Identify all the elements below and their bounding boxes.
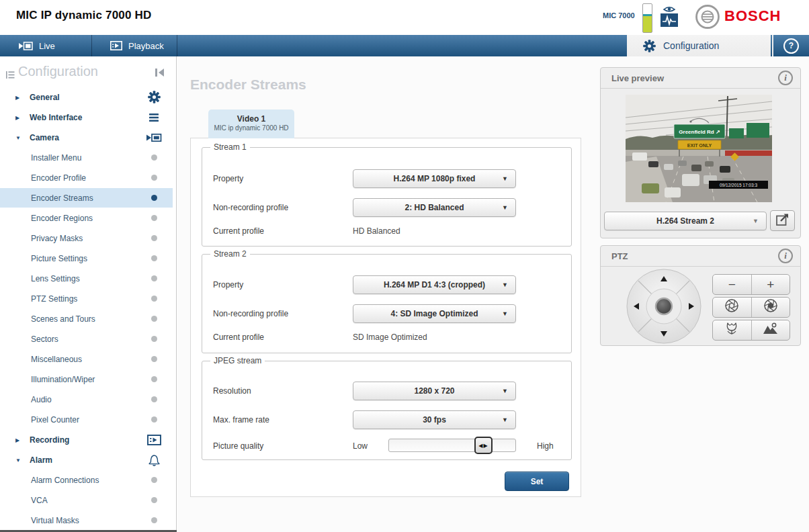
iris-close-button[interactable] [713, 298, 751, 317]
stream1-profile-label: Non-recording profile [213, 203, 288, 212]
stream1-property-dropdown[interactable]: H.264 MP 1080p fixed ▼ [353, 169, 516, 188]
focus-far-button[interactable] [751, 320, 790, 340]
vca-status-icon [659, 5, 679, 29]
quality-label: Picture quality [213, 441, 263, 451]
stream2-property-label: Property [213, 280, 243, 290]
sidebar-item-alarm-connections[interactable]: Alarm Connections [0, 470, 173, 490]
dot-icon [145, 411, 163, 429]
sidebar-item-illumination-wiper[interactable]: Illumination/Wiper [0, 369, 173, 389]
app-window: MIC IP dynamic 7000 HD MIC 7000 BO [0, 0, 809, 532]
stream2-current-value: SD Image Optimized [353, 332, 427, 342]
sidebar-item-alarm[interactable]: ▼ Alarm [0, 450, 173, 470]
menu-icon [145, 109, 163, 126]
tab-playback-label: Playback [128, 41, 164, 51]
stream2-current-label: Current profile [213, 332, 264, 342]
plus-icon: + [767, 277, 774, 292]
tab-configuration[interactable]: Configuration [627, 35, 771, 56]
sidebar-item-privacy-masks[interactable]: Privacy Masks [0, 228, 173, 248]
bell-icon [145, 451, 163, 469]
sidebar-item-general[interactable]: ▶ General [0, 87, 173, 107]
sidebar-item-encoder-regions[interactable]: Encoder Regions [0, 208, 173, 228]
sidebar-item-label: Privacy Masks [31, 234, 83, 243]
live-camera-icon [19, 42, 33, 50]
sidebar-item-miscellaneous[interactable]: Miscellaneous [0, 349, 173, 369]
sidebar-item-encoder-streams[interactable]: Encoder Streams [0, 188, 173, 208]
dot-icon [145, 371, 163, 388]
tree-arrow-icon: ▶ [15, 114, 19, 120]
sidebar-collapse-button[interactable] [155, 68, 167, 77]
tab-configuration-label: Configuration [663, 40, 719, 51]
ptz-joystick[interactable] [624, 267, 704, 345]
sidebar-item-picture-settings[interactable]: Picture Settings [0, 249, 173, 268]
stream2-profile-dropdown[interactable]: 4: SD Image Optimized ▼ [353, 304, 516, 323]
sidebar-item-label: Encoder Profile [31, 173, 86, 183]
device-label: MIC 7000 [603, 11, 635, 19]
sidebar-item-virtual-masks[interactable]: Virtual Masks [0, 511, 173, 530]
quality-slider-handle[interactable]: ◀▶ [474, 437, 493, 454]
sidebar-item-vca[interactable]: VCA [0, 490, 173, 510]
framerate-dropdown[interactable]: 30 fps ▼ [353, 410, 516, 429]
preview-stream-dropdown[interactable]: H.264 Stream 2 ▼ [604, 212, 767, 230]
iris-open-button[interactable] [751, 298, 790, 317]
sidebar-item-ptz-settings[interactable]: PTZ Settings [0, 289, 173, 308]
sidebar-item-camera[interactable]: ▼ Camera [0, 128, 173, 147]
tree-arrow-icon: ▶ [15, 437, 19, 443]
sidebar-item-label: Audio [31, 395, 52, 404]
info-icon[interactable]: i [778, 71, 793, 85]
tab-playback[interactable]: Playback [93, 35, 177, 56]
sidebar-item-label: Web Interface [30, 113, 82, 122]
iris-button-group [712, 297, 790, 318]
set-button[interactable]: Set [505, 472, 569, 491]
help-button[interactable]: ? [772, 35, 809, 56]
joystick-knob [656, 298, 672, 314]
jpeg-legend: JPEG stream [210, 356, 265, 365]
dot-icon [145, 250, 163, 267]
zoom-in-button[interactable]: + [751, 275, 790, 294]
quality-high-label: High [537, 441, 554, 451]
sidebar-item-label: VCA [31, 496, 48, 505]
road-sign-text: Greenfield Rd ↗ [679, 129, 720, 135]
sidebar-item-label: Encoder Regions [31, 214, 93, 223]
tree-list-icon [6, 69, 15, 81]
dot-icon [145, 512, 163, 529]
sidebar-item-lens-settings[interactable]: Lens Settings [0, 269, 173, 288]
level-gauge-indicator [642, 3, 652, 33]
gear-icon [643, 40, 656, 52]
sidebar-item-sectors[interactable]: Sectors [0, 329, 173, 349]
framerate-label: Max. frame rate [213, 415, 269, 425]
tab-video-1-subtitle: MIC ip dynamic 7000 HD [208, 124, 294, 132]
stream2-property-dropdown[interactable]: H.264 MP D1 4:3 (cropped) ▼ [353, 275, 516, 294]
quality-low-label: Low [353, 441, 368, 451]
resolution-dropdown[interactable]: 1280 x 720 ▼ [353, 382, 516, 400]
tab-video-1[interactable]: Video 1 MIC ip dynamic 7000 HD [208, 109, 294, 138]
quality-slider-track[interactable]: ◀▶ [388, 439, 516, 452]
sidebar-item-label: Alarm Connections [31, 476, 99, 485]
sidebar-item-web-interface[interactable]: ▶ Web Interface [0, 107, 173, 127]
sidebar-item-installer-menu[interactable]: Installer Menu [0, 148, 173, 167]
sidebar-item-pixel-counter[interactable]: Pixel Counter [0, 410, 173, 429]
live-preview-image: Greenfield Rd ↗ EXIT ONLY 09/12/2015 17:… [626, 95, 772, 202]
sidebar-item-label: Miscellaneous [31, 355, 82, 364]
sidebar-item-label: Alarm [30, 455, 52, 465]
dot-icon [145, 290, 163, 308]
focus-near-button[interactable] [713, 320, 751, 340]
stream1-profile-dropdown[interactable]: 2: HD Balanced ▼ [353, 198, 516, 217]
sidebar-item-encoder-profile[interactable]: Encoder Profile [0, 168, 173, 187]
preview-stream-value: H.264 Stream 2 [656, 216, 714, 226]
iris-open-icon [763, 298, 779, 317]
tree-arrow-icon: ▼ [15, 134, 21, 140]
sidebar-item-audio[interactable]: Audio [0, 390, 173, 409]
tab-live[interactable]: Live [0, 35, 92, 56]
sidebar-item-scenes-and-tours[interactable]: Scenes and Tours [0, 309, 173, 328]
popout-icon [775, 212, 790, 229]
dot-icon [145, 330, 163, 348]
sidebar-item-label: Lens Settings [31, 274, 80, 283]
dot-icon [145, 270, 163, 287]
zoom-out-button[interactable]: − [713, 275, 751, 294]
sidebar-item-recording[interactable]: ▶ Recording [0, 430, 173, 449]
info-icon[interactable]: i [778, 249, 793, 263]
stream1-current-value: HD Balanced [353, 226, 400, 236]
open-in-new-window-button[interactable] [770, 210, 795, 231]
tree-arrow-icon: ▼ [15, 457, 21, 463]
stream1-current-label: Current profile [213, 226, 264, 236]
